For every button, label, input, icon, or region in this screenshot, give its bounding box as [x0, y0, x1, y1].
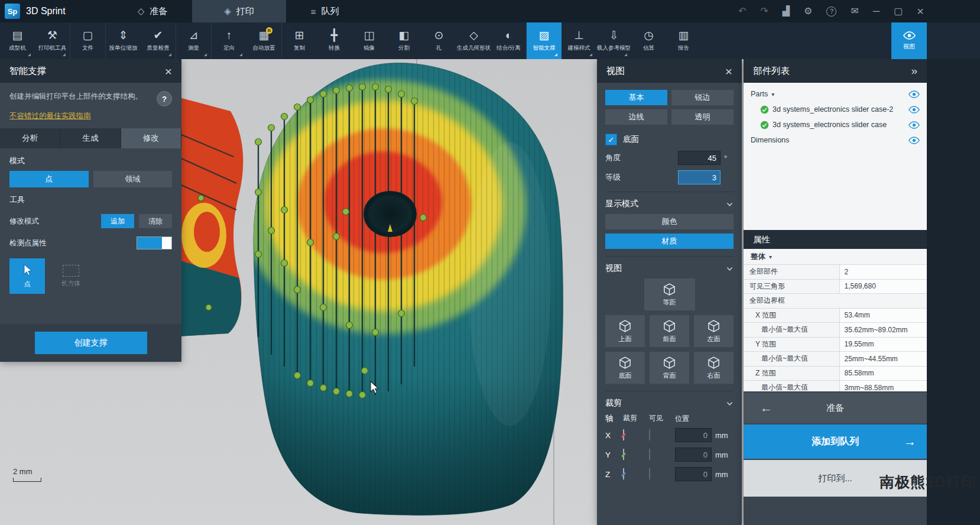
clip-x-toggle[interactable] — [623, 429, 624, 440]
tab-modify[interactable]: 修改 — [121, 128, 181, 148]
visible-x-checkbox[interactable] — [649, 429, 650, 440]
dimensions-row[interactable]: Dimensions — [744, 132, 927, 148]
toolbar-item-copy[interactable]: ⊞ 复制 — [281, 22, 317, 59]
collapse-panel-icon[interactable]: » — [911, 64, 917, 77]
toolbar-item-measure[interactable]: ⊿ 测量 — [176, 22, 211, 59]
part-item-row[interactable]: 3d systems_electronics slider case-2 — [744, 102, 927, 117]
view-left-button[interactable]: 左面 — [694, 315, 734, 347]
help-icon[interactable]: ? — [157, 91, 172, 106]
color-mode-button[interactable]: 颜色 — [605, 214, 734, 229]
shade-edges-button[interactable]: 边线 — [605, 109, 667, 125]
material-mode-button[interactable]: 材质 — [605, 234, 734, 249]
part-name: 3d systems_electronics slider case — [773, 121, 887, 129]
toolbar-item-printer-tools[interactable]: ⚒ 打印机工具 — [35, 22, 70, 59]
toolbar-item-printer[interactable]: ▤ 成型机 — [0, 22, 35, 59]
clear-button[interactable]: 清除 — [139, 214, 172, 228]
tab-print[interactable]: ◈ 打印 — [192, 0, 286, 22]
toolbar-item-smart-support[interactable]: ▨ 智能支撑 — [526, 22, 562, 59]
auto-place-badge: B — [266, 27, 272, 34]
close-panel-icon[interactable]: × — [725, 65, 732, 77]
clip-y-position-input[interactable] — [675, 448, 712, 462]
toolbar-item-orient[interactable]: ↑ 定向 — [211, 22, 246, 59]
help-icon[interactable]: ? — [826, 7, 836, 17]
mail-icon[interactable]: ✉ — [851, 7, 858, 16]
toolbar-item-report[interactable]: ▥ 报告 — [666, 22, 701, 59]
best-practice-link[interactable]: 不容错过的最佳实践指南 — [0, 109, 181, 128]
clip-x-position-input[interactable] — [675, 428, 712, 442]
toolbar-item-combine-separate[interactable]: ◐ 结合/分离 — [491, 22, 526, 59]
transform-icon: ╋ — [331, 30, 338, 41]
quality-check-icon: ✔ — [154, 30, 163, 41]
eye-icon[interactable] — [908, 90, 920, 98]
toolbar-item-estimate[interactable]: ◷ 估算 — [631, 22, 666, 59]
shade-basic-button[interactable]: 基本 — [605, 90, 667, 105]
box-tool-button[interactable]: 长方体 — [53, 258, 89, 294]
display-mode-section[interactable]: 显示模式 — [605, 192, 734, 209]
point-color-swatch[interactable] — [137, 236, 172, 249]
create-support-button[interactable]: 创建支撑 — [35, 332, 147, 354]
properties-group-row[interactable]: 整体 ▾ — [744, 249, 927, 264]
toolbar-item-generate-geometry[interactable]: ◇ 生成几何形状 — [456, 22, 491, 59]
settings-gear-icon[interactable]: ⚙ — [804, 7, 812, 16]
view-bottom-button[interactable]: 底面 — [605, 352, 645, 384]
parts-panel-header: 部件列表 » — [744, 59, 927, 83]
mode-region-button[interactable]: 领域 — [93, 171, 173, 187]
property-row: Y 范围 19.55mm — [744, 337, 927, 352]
minimize-icon[interactable]: ─ — [873, 7, 880, 16]
view-front-button[interactable]: 前面 — [650, 315, 689, 347]
views-section[interactable]: 视图 — [605, 256, 734, 274]
toolbar-item-load-reference[interactable]: ⇩ 载入参考模型 — [596, 22, 631, 59]
toolbar-item-scale-units[interactable]: ⇕ 按单位缩放 — [105, 22, 141, 59]
eye-icon[interactable] — [908, 121, 920, 129]
tab-prepare[interactable]: ◇ 准备 — [113, 0, 193, 22]
add-to-queue-button[interactable]: 添加到队列 → — [744, 424, 927, 459]
bottom-face-checkbox[interactable]: ✓ — [605, 134, 617, 145]
append-button[interactable]: 追加 — [101, 214, 134, 228]
toolbar-item-quality-check[interactable]: ✔ 质量检查 — [141, 22, 176, 59]
point-tool-button[interactable]: 点 — [9, 258, 45, 294]
caret-down-icon[interactable]: ▾ — [771, 91, 774, 98]
view-back-button[interactable]: 背面 — [650, 352, 689, 384]
toolbar-item-modeling-style[interactable]: ⊥ 建模样式 — [562, 22, 596, 59]
view-top-button[interactable]: 上面 — [605, 315, 645, 347]
part-item-row[interactable]: 3d systems_electronics slider case — [744, 117, 927, 132]
visible-y-checkbox[interactable] — [649, 449, 650, 460]
toolbar-item-auto-place[interactable]: ▦ B 自动放置 — [246, 22, 281, 59]
split-icon: ◧ — [399, 30, 410, 41]
back-to-prepare-button[interactable]: ← 准备 — [744, 393, 927, 423]
tab-analyze[interactable]: 分析 — [0, 128, 60, 148]
angle-input[interactable] — [678, 151, 721, 165]
mode-point-button[interactable]: 点 — [9, 171, 89, 187]
redo-icon[interactable]: ↷ — [760, 7, 768, 16]
dimensions-label: Dimensions — [751, 136, 789, 144]
close-window-icon[interactable]: × — [917, 5, 924, 17]
undo-icon[interactable]: ↶ — [738, 7, 746, 16]
tab-queue[interactable]: ≡ 队列 — [286, 0, 364, 22]
view-isometric-button[interactable]: 等距 — [644, 278, 695, 310]
stats-icon[interactable]: ▟ — [783, 7, 790, 16]
shade-sharp-edges-button[interactable]: 锐边 — [671, 90, 734, 105]
clip-z-toggle[interactable] — [623, 468, 624, 479]
clipping-section[interactable]: 裁剪 — [605, 391, 734, 409]
parts-group-row[interactable]: Parts ▾ — [744, 86, 927, 102]
eye-icon[interactable] — [908, 137, 920, 144]
toolbar-view-button[interactable]: 视图 — [891, 22, 927, 59]
visible-z-checkbox[interactable] — [649, 468, 650, 479]
toolbar-item-hole[interactable]: ⊙ 孔 — [421, 22, 456, 59]
pointer-icon — [21, 264, 33, 277]
clip-z-position-input[interactable] — [675, 467, 712, 481]
toolbar-item-file[interactable]: ▢ 文件 — [70, 22, 105, 59]
level-input[interactable] — [678, 170, 721, 184]
report-icon: ▥ — [679, 30, 689, 41]
toolbar-item-split[interactable]: ◧ 分割 — [387, 22, 421, 59]
shade-transparent-button[interactable]: 透明 — [671, 109, 734, 125]
tab-generate[interactable]: 生成 — [60, 128, 121, 148]
toolbar-item-transform[interactable]: ╋ 转换 — [317, 22, 352, 59]
eye-icon[interactable] — [908, 106, 920, 114]
view-right-button[interactable]: 右面 — [694, 352, 734, 384]
close-panel-icon[interactable]: × — [165, 65, 172, 77]
clip-y-toggle[interactable] — [623, 449, 624, 460]
check-circle-icon — [760, 121, 769, 129]
toolbar-item-mirror[interactable]: ◫ 镜像 — [352, 22, 387, 59]
maximize-icon[interactable]: ▢ — [894, 7, 903, 16]
